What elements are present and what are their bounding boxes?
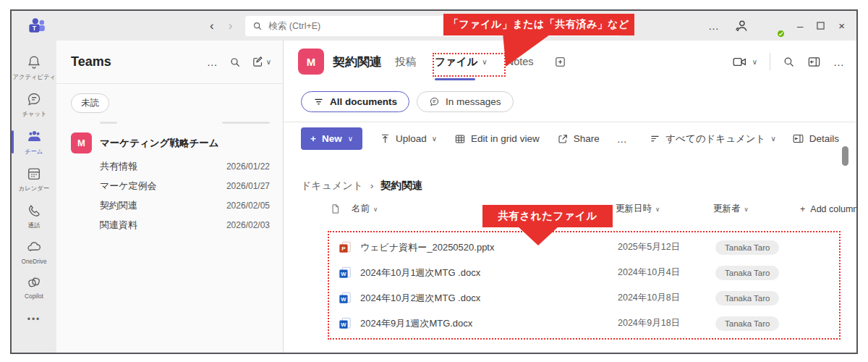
invite-people-icon[interactable] xyxy=(733,18,749,34)
meet-now-menu[interactable]: ∨ xyxy=(732,54,757,70)
teams-people-icon xyxy=(26,128,43,145)
channel-more-icon[interactable]: … xyxy=(833,56,845,68)
file-modified-by-pill[interactable]: Tanaka Taro xyxy=(715,240,779,255)
channel-row-shared-info[interactable]: 共有情報 2026/01/22 xyxy=(56,156,283,176)
rail-item-chat[interactable]: チャット xyxy=(12,86,56,123)
details-button[interactable]: Details xyxy=(792,132,839,145)
onedrive-cloud-icon xyxy=(25,240,43,256)
tab-posts[interactable]: 投稿 xyxy=(395,41,416,83)
chevron-down-icon: ∨ xyxy=(373,206,378,213)
copilot-icon xyxy=(26,274,42,290)
back-icon[interactable]: ‹ xyxy=(210,19,214,33)
close-button[interactable]: × xyxy=(838,20,845,32)
file-name: 2024年10月2週次MTG .docx xyxy=(360,292,618,305)
view-selector[interactable]: すべてのドキュメント ∨ xyxy=(650,132,776,146)
channel-name: マーケ定例会 xyxy=(100,180,157,193)
document-type-icon xyxy=(330,203,352,214)
rail-label: OneDrive xyxy=(22,258,47,264)
file-row[interactable]: P ウェビナ資料ー_20250520.pptx 2025年5月12日 Tanak… xyxy=(329,235,839,260)
history-nav: ‹ › xyxy=(210,19,232,33)
upload-button[interactable]: Upload ∨ xyxy=(380,133,437,144)
file-modified-date: 2025年5月12日 xyxy=(618,241,715,253)
share-button[interactable]: Share xyxy=(557,133,600,145)
edit-grid-view-button[interactable]: Edit in grid view xyxy=(454,133,540,145)
chat-icon xyxy=(26,91,42,107)
breadcrumb-separator-icon: › xyxy=(370,180,373,191)
active-tab-underline xyxy=(435,78,475,80)
teams-list-panel: Teams … ∨ xyxy=(56,41,284,353)
rail-item-calendar[interactable]: カレンダー xyxy=(12,161,56,198)
rail-item-onedrive[interactable]: OneDrive xyxy=(12,235,56,269)
channel-date: 2026/01/27 xyxy=(226,181,270,191)
word-file-icon: W xyxy=(339,266,360,279)
channel-date: 2026/01/22 xyxy=(226,161,270,172)
powerpoint-file-icon: P xyxy=(339,241,360,254)
file-row[interactable]: W 2024年10月1週次MTG .docx 2024年10月4日 Tanaka… xyxy=(329,260,839,285)
new-label: New xyxy=(322,133,342,144)
chevron-down-icon: ∨ xyxy=(770,135,775,143)
filter-label: In messages xyxy=(446,96,501,107)
teams-search-icon[interactable] xyxy=(229,56,241,68)
compose-icon xyxy=(252,56,264,68)
channel-row-marketing-meeting[interactable]: マーケ定例会 2026/01/27 xyxy=(56,176,283,195)
rail-item-calls[interactable]: 通話 xyxy=(12,198,56,235)
channel-name: 関連資料 xyxy=(100,219,137,232)
file-row[interactable]: W 2024年9月1週次MTG.docx 2024年9月18日 Tanaka T… xyxy=(329,311,839,336)
file-modified-date: 2024年9月18日 xyxy=(618,317,715,329)
file-modified-by-pill[interactable]: Tanaka Taro xyxy=(715,291,779,306)
window-titlebar: T ‹ › … xyxy=(12,11,856,41)
file-modified-by-pill[interactable]: Tanaka Taro xyxy=(715,316,779,331)
titlebar-actions: … – × xyxy=(708,16,845,36)
details-label: Details xyxy=(809,133,839,144)
svg-text:W: W xyxy=(341,271,346,277)
plus-icon: + xyxy=(310,133,316,144)
maximize-button[interactable] xyxy=(817,22,825,30)
annotation-files-tab-box xyxy=(433,53,506,77)
file-row[interactable]: W 2024年10月2週次MTG .docx 2024年10月8日 Tanaka… xyxy=(329,285,839,311)
presence-available-icon xyxy=(776,29,786,38)
team-avatar: M xyxy=(71,132,92,153)
search-icon xyxy=(252,21,263,31)
column-label: 名前 xyxy=(352,203,370,215)
channel-search-icon[interactable] xyxy=(783,56,795,68)
teams-options-icon[interactable]: … xyxy=(207,56,218,68)
open-pane-icon[interactable] xyxy=(807,55,821,69)
rail-more-apps-icon[interactable]: ••• xyxy=(27,314,41,324)
filter-all-documents[interactable]: All documents xyxy=(301,91,409,112)
add-tab-icon[interactable] xyxy=(554,41,566,83)
rail-item-teams[interactable]: チーム xyxy=(12,123,56,161)
column-header-modified[interactable]: 更新日時 ∨ xyxy=(616,203,713,215)
view-lines-icon xyxy=(650,133,660,144)
add-column-label: Add column xyxy=(810,204,858,214)
new-button[interactable]: + New ∨ xyxy=(301,127,362,150)
toolbar-more-icon[interactable]: … xyxy=(617,133,628,145)
channel-row-contracts[interactable]: 契約関連 2026/02/05 xyxy=(56,195,283,215)
share-label: Share xyxy=(574,133,600,144)
word-file-icon: W xyxy=(339,317,360,330)
minimize-button[interactable]: – xyxy=(797,20,803,32)
filter-in-messages[interactable]: In messages xyxy=(417,91,514,112)
team-header-row[interactable]: M マーケティング戦略チーム xyxy=(56,126,283,156)
rail-item-copilot[interactable]: Copilot xyxy=(12,269,56,304)
phone-icon xyxy=(26,203,42,219)
add-column-button[interactable]: + Add column xyxy=(800,204,858,214)
word-file-icon: W xyxy=(339,292,360,305)
file-modified-date: 2024年10月8日 xyxy=(618,292,715,304)
annotation-shared-files-callout: 共有されたファイル xyxy=(482,205,613,227)
divider xyxy=(770,53,770,70)
user-avatar[interactable] xyxy=(763,16,783,36)
grid-icon xyxy=(454,133,466,145)
channel-row-related-docs[interactable]: 関連資料 2026/02/03 xyxy=(56,215,283,235)
breadcrumb-root[interactable]: ドキュメント xyxy=(301,180,363,193)
column-header-modified-by[interactable]: 更新者 ∨ xyxy=(713,203,800,215)
svg-text:T: T xyxy=(33,25,37,32)
chevron-down-icon: ∨ xyxy=(655,206,660,213)
video-camera-icon xyxy=(732,54,747,70)
forward-icon[interactable]: › xyxy=(229,19,233,33)
compose-menu[interactable]: ∨ xyxy=(252,56,271,68)
vertical-scrollbar-thumb[interactable] xyxy=(842,146,848,166)
titlebar-more-icon[interactable]: … xyxy=(708,20,720,32)
file-modified-by-pill[interactable]: Tanaka Taro xyxy=(715,266,779,280)
unread-filter-pill[interactable]: 未読 xyxy=(71,93,109,113)
rail-item-activity[interactable]: アクティビティ xyxy=(12,49,56,86)
